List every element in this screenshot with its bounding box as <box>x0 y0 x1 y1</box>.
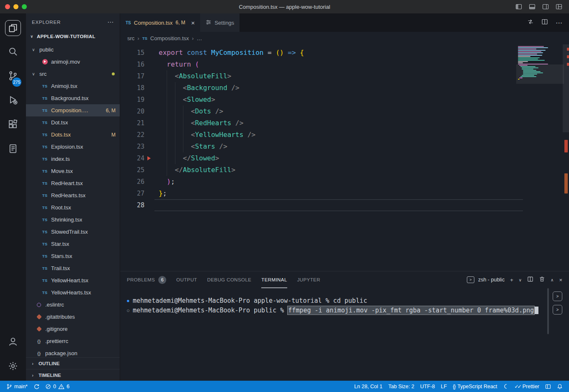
panel-tab-output[interactable]: OUTPUT <box>176 271 197 288</box>
more-actions-icon[interactable]: ⋯ <box>556 19 562 27</box>
panel-tab-problems[interactable]: PROBLEMS6 <box>127 271 166 288</box>
command-decoration-icon[interactable]: ○ <box>126 308 131 312</box>
tree-item[interactable]: TSTrail.tsx <box>26 262 120 274</box>
maximize-panel-icon[interactable]: ∧ <box>551 278 554 282</box>
breadcrumb-folder[interactable]: src <box>127 35 134 41</box>
tree-item[interactable]: TSDots.tsxM <box>26 129 120 141</box>
panel-tab-debug-console[interactable]: DEBUG CONSOLE <box>207 271 252 288</box>
close-icon[interactable]: × <box>191 19 195 26</box>
new-terminal-icon[interactable]: + <box>510 277 513 283</box>
extensions-view-button[interactable] <box>1 113 25 137</box>
split-editor-icon[interactable] <box>541 18 548 27</box>
warning-mark <box>564 173 568 193</box>
tree-item[interactable]: TSBackground.tsx <box>26 92 120 104</box>
tree-item[interactable]: TSSlowedTrail.tsx <box>26 226 120 238</box>
terminal-instance-item[interactable]: > <box>553 291 562 301</box>
accounts-button[interactable] <box>1 330 25 355</box>
cursor-position[interactable]: Ln 28, Col 1 <box>351 384 385 389</box>
source-control-view-button[interactable]: 275 <box>1 64 25 89</box>
tab-settings[interactable]: Settings <box>200 13 240 32</box>
tree-item[interactable]: TSYellowHearts.tsx <box>26 286 120 299</box>
branch-indicator[interactable]: main* <box>3 381 31 392</box>
typescript-icon: TS <box>41 278 49 283</box>
tree-item[interactable]: ∨src <box>26 68 120 80</box>
tree-item[interactable]: TSShrinking.tsx <box>26 214 120 226</box>
panel-tab-label: OUTPUT <box>176 277 197 282</box>
tree-item[interactable]: TSStar.tsx <box>26 238 120 250</box>
close-panel-icon[interactable]: × <box>559 277 562 283</box>
tree-item[interactable]: TSDot.tsx <box>26 116 120 129</box>
project-root-row[interactable]: ∨ APPLE-WOW-TUTORIAL <box>26 31 120 42</box>
terminal-view[interactable]: ●mehmetademi@Mehmets-MacBook-Pro apple-w… <box>120 288 569 381</box>
notifications-button[interactable] <box>554 384 566 389</box>
breadcrumb-file[interactable]: Composition.tsx <box>150 35 189 41</box>
typescript-icon: TS <box>41 96 49 101</box>
file-label: .eslintrc <box>45 302 64 308</box>
tree-item[interactable]: {}.prettierrc <box>26 335 120 347</box>
tree-item[interactable]: TSExplosion.tsx <box>26 141 120 153</box>
eol-setting[interactable]: LF <box>438 384 450 389</box>
chevron-down-icon[interactable]: ∨ <box>519 278 522 282</box>
indent-guide <box>159 70 167 82</box>
code-editor[interactable]: 15export const MyComposition = () => {16… <box>120 44 569 271</box>
git-status-badge: M <box>111 132 120 138</box>
tree-item[interactable]: TSRoot.tsx <box>26 201 120 214</box>
tree-item[interactable]: TSAnimoji.tsx <box>26 80 120 92</box>
typescript-icon: TS <box>41 193 49 198</box>
toggle-primary-sidebar-icon[interactable] <box>515 3 522 10</box>
panel-tab-terminal[interactable]: TERMINAL <box>261 271 287 288</box>
tree-item[interactable]: .gitattributes <box>26 311 120 323</box>
kill-terminal-icon[interactable] <box>539 276 545 284</box>
split-terminal-icon[interactable] <box>527 276 533 284</box>
tree-item[interactable]: .gitignore <box>26 323 120 335</box>
file-label: index.ts <box>51 156 70 162</box>
terminal-shell-selector[interactable]: zsh - public <box>478 277 505 283</box>
tree-item[interactable]: TSMove.tsx <box>26 165 120 177</box>
tree-item[interactable]: TSComposition.tsx6, M <box>26 104 120 116</box>
terminal-scrollbar[interactable] <box>547 288 549 334</box>
more-actions-icon[interactable]: ⋯ <box>107 18 114 26</box>
tree-item[interactable]: TSRedHearts.tsx <box>26 189 120 201</box>
outline-section-header[interactable]: › OUTLINE <box>26 357 120 369</box>
spinner-indicator[interactable] <box>500 384 512 389</box>
tree-item[interactable]: TSYellowHeart.tsx <box>26 274 120 286</box>
tree-item[interactable]: TSindex.ts <box>26 153 120 165</box>
open-changes-icon[interactable] <box>527 18 534 27</box>
line-number: 24 <box>120 152 144 164</box>
tree-item[interactable]: TSRedHeart.tsx <box>26 177 120 189</box>
tree-item[interactable]: TSStars.tsx <box>26 250 120 262</box>
minimap[interactable] <box>518 46 562 81</box>
tree-item[interactable]: {}package.json <box>26 347 120 357</box>
formatter-indicator[interactable]: ✓✓ Prettier <box>512 384 542 389</box>
tab-composition[interactable]: TS Composition.tsx 6, M × <box>120 13 200 32</box>
problems-indicator[interactable]: 0 6 <box>42 381 72 392</box>
tree-item[interactable]: animoji.mov <box>26 56 120 68</box>
toggle-secondary-sidebar-icon[interactable] <box>542 3 549 10</box>
editor-layout-button[interactable] <box>542 384 554 389</box>
sync-button[interactable] <box>31 381 42 392</box>
close-window-button[interactable] <box>5 4 10 9</box>
minimize-window-button[interactable] <box>13 4 18 9</box>
panel-tab-jupyter[interactable]: JUPYTER <box>297 271 320 288</box>
zoom-window-button[interactable] <box>22 4 27 9</box>
breadcrumb-symbol[interactable]: … <box>197 35 202 41</box>
timeline-section-header[interactable]: › TIMELINE <box>26 369 120 381</box>
command-decoration-icon[interactable]: ● <box>126 299 131 303</box>
manage-button[interactable] <box>1 355 25 379</box>
indentation-setting[interactable]: Tab Size: 2 <box>386 384 417 389</box>
customize-layout-icon[interactable] <box>556 3 562 10</box>
terminal-instance-item[interactable]: > <box>553 305 562 315</box>
language-mode[interactable]: {} TypeScript React <box>450 384 500 389</box>
terminal-command: cd public <box>333 297 367 304</box>
notebook-view-button[interactable] <box>1 137 25 162</box>
search-view-button[interactable] <box>1 40 25 64</box>
tree-item[interactable]: .eslintrc <box>26 299 120 311</box>
encoding-setting[interactable]: UTF-8 <box>417 384 438 389</box>
run-debug-view-button[interactable] <box>1 89 25 113</box>
tree-item[interactable]: ∨public <box>26 44 120 56</box>
indent-guide <box>175 94 183 106</box>
minimap-viewport[interactable] <box>516 64 564 84</box>
overview-ruler[interactable] <box>563 44 569 271</box>
explorer-view-button[interactable] <box>1 16 25 40</box>
toggle-panel-icon[interactable] <box>529 3 536 10</box>
